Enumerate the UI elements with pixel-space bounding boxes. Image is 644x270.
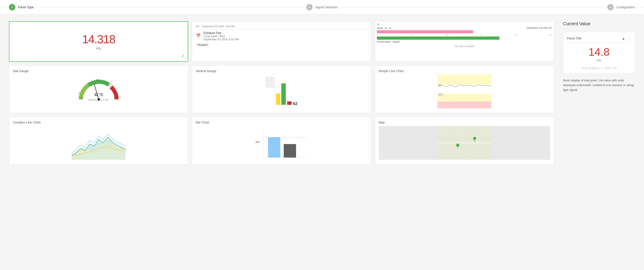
current-value-unit: PSI — [96, 47, 101, 51]
bg-signal-name: Signal1 — [392, 41, 400, 43]
svg-rect-11 — [437, 94, 491, 102]
stepper-step1[interactable]: 1 Panel Type — [9, 4, 218, 10]
svg-rect-23 — [284, 144, 296, 158]
bg-date: 08/19/2019 4:38 PM CST — [526, 27, 552, 29]
preview-card-header: Panel Title ⬥ ⋮ — [567, 36, 631, 41]
svg-rect-22 — [268, 137, 280, 158]
preview-card-title: Panel Title — [567, 37, 582, 40]
simple-line-chart-card[interactable]: Simple Line Chart 35 32.5 — [375, 65, 554, 113]
bar-gauge-card[interactable]: °C Qimat int 11 08/19/2019 4:38 PM CST — [375, 21, 554, 62]
vertical-gauge-label: Vertical Gauge — [196, 69, 367, 73]
preview-time: 12:00:00 March 17, 2017 UTC — [567, 67, 631, 70]
stepper-step2[interactable]: 2 Signal Selection — [218, 4, 426, 10]
alert-stopped-status: Stopped — [196, 43, 367, 47]
alert-header-date: September 03 2019, 4:02 PM — [202, 25, 234, 28]
slc-visual: 35 32.5 — [379, 75, 550, 109]
svg-text:65: 65 — [114, 97, 117, 99]
map-card[interactable]: Map — [375, 117, 554, 165]
current-value-display: 14.318 — [82, 33, 115, 46]
alert-card[interactable]: OK September 03 2019, 4:02 PM ☣ Exhaust … — [192, 21, 371, 62]
complex-line-chart-card[interactable]: Complex Line Chart — [9, 117, 188, 165]
preview-value: 14.8 — [567, 46, 631, 58]
alert-title: Exhaust Fan — [204, 31, 239, 35]
clc-visual — [13, 126, 184, 161]
svg-rect-9 — [437, 75, 491, 85]
slc-label: Simple Line Chart — [379, 69, 550, 73]
stepper-step3[interactable]: 3 Configuration — [426, 4, 635, 10]
no-data-label: No Data Available — [377, 45, 552, 48]
alert-header: OK September 03 2019, 4:02 PM — [196, 25, 367, 29]
svg-text:32.5: 32.5 — [438, 93, 443, 96]
vertical-gauge-card[interactable]: Vertical Gauge — [192, 65, 371, 113]
step2-label: Signal Selection — [315, 6, 338, 9]
svg-text:60: 60 — [114, 92, 117, 94]
svg-text:32 °C: 32 °C — [94, 93, 104, 97]
svg-text:09/20/18, 2:21:13 CDT: 09/20/18, 2:21:13 CDT — [88, 99, 109, 101]
bg-host: henrylocaltest — [377, 41, 391, 43]
svg-text:10: 10 — [80, 97, 83, 99]
alert-body: ☣ Exhaust Fan Local Asset / Bool Septemb… — [196, 31, 367, 41]
stopped-label: Stopped — [196, 43, 209, 47]
preview-card-icons: ⬥ ⋮ — [622, 36, 631, 41]
bc-label: Bar Chart — [196, 120, 367, 124]
alert-info: Exhaust Fan Local Asset / Bool September… — [204, 31, 239, 41]
map-visual — [379, 126, 550, 160]
biohazard-icon: ☣ — [196, 31, 201, 39]
preview-panel-card: Panel Title ⬥ ⋮ 14.8 PSI 12:00:00 March … — [563, 32, 635, 74]
svg-point-33 — [456, 144, 459, 147]
alert-status-ok: OK — [196, 25, 199, 28]
svg-point-35 — [473, 137, 476, 140]
svg-rect-12 — [437, 102, 491, 108]
check-icon: ✓ — [181, 53, 185, 59]
dial-gauge-card[interactable]: Dial Gauge 10 5 34 — [9, 65, 188, 113]
current-value-card[interactable]: 14.318 PSI ✓ — [9, 21, 188, 62]
right-panel: Current Value Panel Title ⬥ ⋮ 14.8 PSI 1… — [563, 21, 635, 165]
svg-text:300: 300 — [256, 141, 260, 143]
vg-value: 62 — [293, 101, 298, 106]
preview-description: Basic display of data point. List value … — [563, 78, 635, 92]
bg-signal: Qimat int 11 — [377, 27, 392, 29]
dial-gauge-label: Dial Gauge — [13, 69, 184, 73]
bar-chart-card[interactable]: Bar Chart 300 — [192, 117, 371, 165]
warning-icon: ⬥ — [622, 36, 625, 41]
clc-label: Complex Line Chart — [13, 120, 184, 124]
svg-text:5: 5 — [78, 92, 80, 94]
step2-circle: 2 — [306, 4, 312, 10]
alert-subtitle1: Local Asset / Bool — [204, 35, 239, 38]
vertical-gauge-visual: 62 — [196, 75, 367, 106]
bc-visual: 300 — [196, 126, 367, 161]
panel-grid: 14.318 PSI ✓ OK September 03 2019, 4:02 … — [9, 21, 554, 165]
step1-label: Panel Type — [18, 6, 34, 9]
dial-gauge-svg: 10 5 34 60 65 32 °C 09/20/18, 2:21:13 CD… — [13, 75, 184, 104]
bg-unit: °C — [377, 23, 380, 26]
step1-circle: 1 — [9, 4, 15, 10]
stepper-header: 1 Panel Type 2 Signal Selection 3 Config… — [0, 0, 644, 15]
map-label: Map — [379, 120, 550, 124]
step3-label: Configuration — [616, 6, 635, 9]
more-options-icon[interactable]: ⋮ — [627, 36, 631, 41]
preview-unit: PSI — [567, 59, 631, 62]
alert-subtitle2: September 03 2019, 4:02 PM — [204, 38, 239, 41]
right-panel-title: Current Value — [563, 21, 635, 26]
step3-circle: 3 — [607, 4, 614, 10]
main-content: 14.318 PSI ✓ OK September 03 2019, 4:02 … — [0, 15, 644, 171]
svg-text:34: 34 — [96, 79, 99, 81]
svg-line-0 — [94, 84, 99, 99]
